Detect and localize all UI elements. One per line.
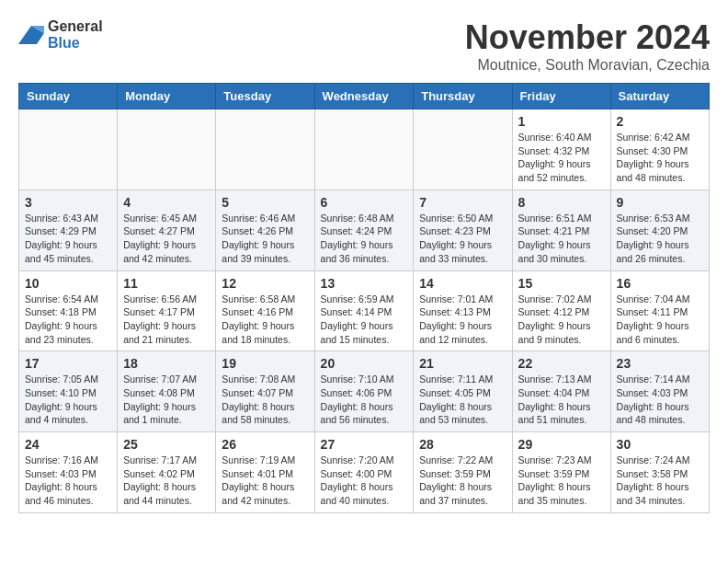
table-row: 15Sunrise: 7:02 AM Sunset: 4:12 PM Dayli…	[512, 270, 610, 351]
table-row: 7Sunrise: 6:50 AM Sunset: 4:23 PM Daylig…	[414, 190, 512, 270]
table-row: 3Sunrise: 6:43 AM Sunset: 4:29 PM Daylig…	[19, 190, 118, 270]
table-row: 5Sunrise: 6:46 AM Sunset: 4:26 PM Daylig…	[216, 190, 314, 270]
day-info: Sunrise: 7:10 AM Sunset: 4:06 PM Dayligh…	[321, 373, 408, 427]
col-thursday: Thursday	[414, 84, 512, 109]
col-tuesday: Tuesday	[216, 84, 314, 109]
table-row: 18Sunrise: 7:07 AM Sunset: 4:08 PM Dayli…	[118, 351, 216, 432]
logo-general: General	[48, 18, 103, 34]
day-number: 3	[25, 195, 111, 210]
day-info: Sunrise: 6:42 AM Sunset: 4:30 PM Dayligh…	[617, 131, 703, 185]
week-row-2: 10Sunrise: 6:54 AM Sunset: 4:18 PM Dayli…	[19, 270, 710, 351]
table-row: 25Sunrise: 7:17 AM Sunset: 4:02 PM Dayli…	[118, 432, 216, 513]
table-row: 8Sunrise: 6:51 AM Sunset: 4:21 PM Daylig…	[512, 190, 610, 270]
day-info: Sunrise: 7:24 AM Sunset: 3:58 PM Dayligh…	[617, 454, 703, 508]
day-info: Sunrise: 7:17 AM Sunset: 4:02 PM Dayligh…	[123, 454, 210, 508]
table-row: 10Sunrise: 6:54 AM Sunset: 4:18 PM Dayli…	[19, 270, 118, 351]
day-number: 20	[321, 356, 408, 371]
day-info: Sunrise: 6:50 AM Sunset: 4:23 PM Dayligh…	[419, 212, 506, 266]
day-info: Sunrise: 7:13 AM Sunset: 4:04 PM Dayligh…	[518, 373, 605, 427]
day-info: Sunrise: 6:48 AM Sunset: 4:24 PM Dayligh…	[321, 212, 408, 266]
week-row-0: 1Sunrise: 6:40 AM Sunset: 4:32 PM Daylig…	[19, 109, 710, 190]
day-number: 15	[518, 276, 605, 291]
day-info: Sunrise: 7:16 AM Sunset: 4:03 PM Dayligh…	[25, 454, 111, 508]
table-row: 14Sunrise: 7:01 AM Sunset: 4:13 PM Dayli…	[414, 270, 512, 351]
logo: General Blue	[18, 18, 103, 52]
day-number: 9	[617, 195, 703, 210]
day-number: 2	[617, 114, 703, 129]
table-row: 12Sunrise: 6:58 AM Sunset: 4:16 PM Dayli…	[216, 270, 314, 351]
day-number: 7	[419, 195, 506, 210]
table-row: 17Sunrise: 7:05 AM Sunset: 4:10 PM Dayli…	[19, 351, 118, 432]
day-info: Sunrise: 7:23 AM Sunset: 3:59 PM Dayligh…	[518, 454, 605, 508]
day-number: 16	[617, 276, 703, 291]
table-row	[118, 109, 216, 190]
header: General Blue November 2024 Moutnice, Sou…	[18, 18, 710, 74]
day-info: Sunrise: 7:04 AM Sunset: 4:11 PM Dayligh…	[617, 293, 703, 347]
table-row: 20Sunrise: 7:10 AM Sunset: 4:06 PM Dayli…	[314, 351, 414, 432]
day-info: Sunrise: 6:53 AM Sunset: 4:20 PM Dayligh…	[617, 212, 703, 266]
day-number: 6	[321, 195, 408, 210]
calendar-subtitle: Moutnice, South Moravian, Czechia	[465, 57, 710, 74]
day-info: Sunrise: 6:40 AM Sunset: 4:32 PM Dayligh…	[518, 131, 605, 185]
day-info: Sunrise: 7:01 AM Sunset: 4:13 PM Dayligh…	[419, 293, 506, 347]
day-info: Sunrise: 7:22 AM Sunset: 3:59 PM Dayligh…	[419, 454, 506, 508]
day-info: Sunrise: 6:45 AM Sunset: 4:27 PM Dayligh…	[123, 212, 210, 266]
day-number: 5	[222, 195, 308, 210]
day-info: Sunrise: 7:19 AM Sunset: 4:01 PM Dayligh…	[222, 454, 308, 508]
col-friday: Friday	[512, 84, 610, 109]
calendar-title: November 2024	[465, 18, 710, 57]
day-number: 19	[222, 356, 308, 371]
table-row: 11Sunrise: 6:56 AM Sunset: 4:17 PM Dayli…	[118, 270, 216, 351]
day-info: Sunrise: 6:54 AM Sunset: 4:18 PM Dayligh…	[25, 293, 111, 347]
week-row-1: 3Sunrise: 6:43 AM Sunset: 4:29 PM Daylig…	[19, 190, 710, 270]
day-info: Sunrise: 7:02 AM Sunset: 4:12 PM Dayligh…	[518, 293, 605, 347]
table-row: 4Sunrise: 6:45 AM Sunset: 4:27 PM Daylig…	[118, 190, 216, 270]
table-row: 9Sunrise: 6:53 AM Sunset: 4:20 PM Daylig…	[610, 190, 709, 270]
table-row: 28Sunrise: 7:22 AM Sunset: 3:59 PM Dayli…	[414, 432, 512, 513]
day-number: 28	[419, 437, 506, 452]
day-info: Sunrise: 6:59 AM Sunset: 4:14 PM Dayligh…	[321, 293, 408, 347]
table-row: 16Sunrise: 7:04 AM Sunset: 4:11 PM Dayli…	[610, 270, 709, 351]
table-row: 23Sunrise: 7:14 AM Sunset: 4:03 PM Dayli…	[610, 351, 709, 432]
day-number: 11	[123, 276, 210, 291]
day-info: Sunrise: 6:51 AM Sunset: 4:21 PM Dayligh…	[518, 212, 605, 266]
day-number: 27	[321, 437, 408, 452]
day-info: Sunrise: 7:08 AM Sunset: 4:07 PM Dayligh…	[222, 373, 308, 427]
col-sunday: Sunday	[19, 84, 118, 109]
day-number: 8	[518, 195, 605, 210]
table-row: 2Sunrise: 6:42 AM Sunset: 4:30 PM Daylig…	[610, 109, 709, 190]
title-section: November 2024 Moutnice, South Moravian, …	[465, 18, 710, 74]
table-row: 6Sunrise: 6:48 AM Sunset: 4:24 PM Daylig…	[314, 190, 414, 270]
day-info: Sunrise: 7:14 AM Sunset: 4:03 PM Dayligh…	[617, 373, 703, 427]
day-number: 17	[25, 356, 111, 371]
day-number: 25	[123, 437, 210, 452]
table-row: 26Sunrise: 7:19 AM Sunset: 4:01 PM Dayli…	[216, 432, 314, 513]
table-row: 19Sunrise: 7:08 AM Sunset: 4:07 PM Dayli…	[216, 351, 314, 432]
day-info: Sunrise: 6:56 AM Sunset: 4:17 PM Dayligh…	[123, 293, 210, 347]
day-info: Sunrise: 6:46 AM Sunset: 4:26 PM Dayligh…	[222, 212, 308, 266]
day-info: Sunrise: 7:05 AM Sunset: 4:10 PM Dayligh…	[25, 373, 111, 427]
day-number: 18	[123, 356, 210, 371]
day-number: 29	[518, 437, 605, 452]
header-row: Sunday Monday Tuesday Wednesday Thursday…	[19, 84, 710, 109]
day-number: 1	[518, 114, 605, 129]
table-row	[19, 109, 118, 190]
table-row: 13Sunrise: 6:59 AM Sunset: 4:14 PM Dayli…	[314, 270, 414, 351]
table-row: 21Sunrise: 7:11 AM Sunset: 4:05 PM Dayli…	[414, 351, 512, 432]
day-info: Sunrise: 6:58 AM Sunset: 4:16 PM Dayligh…	[222, 293, 308, 347]
table-row	[314, 109, 414, 190]
day-info: Sunrise: 7:11 AM Sunset: 4:05 PM Dayligh…	[419, 373, 506, 427]
day-number: 21	[419, 356, 506, 371]
day-info: Sunrise: 6:43 AM Sunset: 4:29 PM Dayligh…	[25, 212, 111, 266]
table-row	[414, 109, 512, 190]
week-row-3: 17Sunrise: 7:05 AM Sunset: 4:10 PM Dayli…	[19, 351, 710, 432]
col-monday: Monday	[118, 84, 216, 109]
day-info: Sunrise: 7:20 AM Sunset: 4:00 PM Dayligh…	[321, 454, 408, 508]
table-row: 27Sunrise: 7:20 AM Sunset: 4:00 PM Dayli…	[314, 432, 414, 513]
day-number: 22	[518, 356, 605, 371]
day-number: 14	[419, 276, 506, 291]
day-number: 4	[123, 195, 210, 210]
day-number: 10	[25, 276, 111, 291]
table-row: 22Sunrise: 7:13 AM Sunset: 4:04 PM Dayli…	[512, 351, 610, 432]
table-row: 30Sunrise: 7:24 AM Sunset: 3:58 PM Dayli…	[610, 432, 709, 513]
